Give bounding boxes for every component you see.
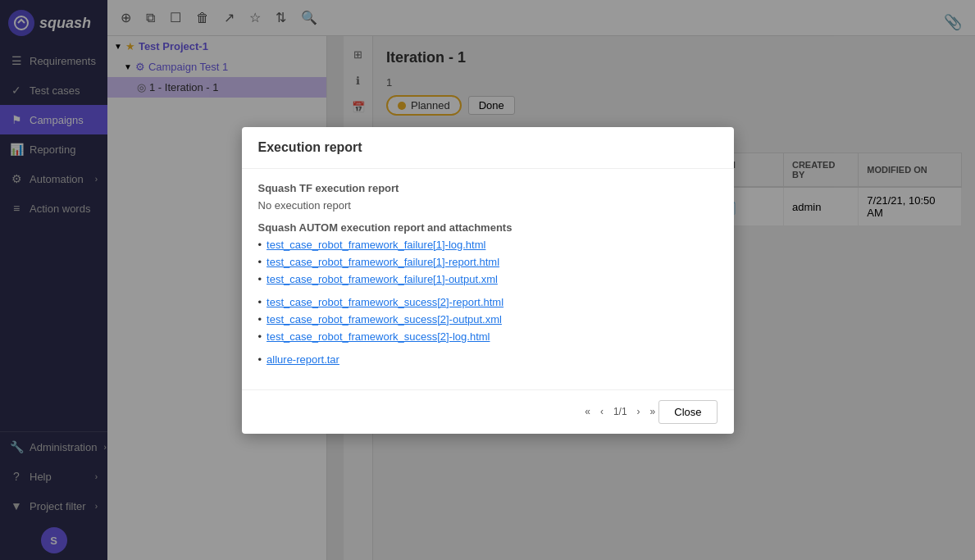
next-page-button[interactable]: › <box>634 404 644 419</box>
modal-overlay[interactable]: Execution report Squash TF execution rep… <box>0 0 975 560</box>
link-allure-report[interactable]: allure-report.tar <box>267 353 339 366</box>
autom-section-label: Squash AUTOM execution report and attach… <box>258 221 718 234</box>
link-item: test_case_robot_framework_failure[1]-out… <box>258 273 718 288</box>
link-success-log[interactable]: test_case_robot_framework_sucess[2]-log.… <box>267 330 490 343</box>
execution-report-modal: Execution report Squash TF execution rep… <box>242 127 734 434</box>
link-group-1: test_case_robot_framework_failure[1]-log… <box>258 239 718 288</box>
link-group-3: allure-report.tar <box>258 353 718 368</box>
link-item: allure-report.tar <box>258 353 718 368</box>
link-group-2: test_case_robot_framework_sucess[2]-repo… <box>258 296 718 345</box>
first-page-button[interactable]: « <box>581 404 594 419</box>
prev-page-button[interactable]: ‹ <box>597 404 607 419</box>
link-failure-output[interactable]: test_case_robot_framework_failure[1]-out… <box>267 273 498 285</box>
modal-footer: « ‹ 1/1 › » Close <box>242 389 734 434</box>
link-item: test_case_robot_framework_sucess[2]-log.… <box>258 330 718 345</box>
page-info: 1/1 <box>610 406 631 417</box>
link-item: test_case_robot_framework_sucess[2]-repo… <box>258 296 718 311</box>
modal-body: Squash TF execution report No execution … <box>242 169 734 389</box>
modal-header: Execution report <box>242 127 734 169</box>
close-button[interactable]: Close <box>658 400 717 424</box>
tf-no-report: No execution report <box>258 199 718 212</box>
tf-section-label: Squash TF execution report <box>258 182 718 194</box>
link-item: test_case_robot_framework_failure[1]-rep… <box>258 256 718 271</box>
link-item: test_case_robot_framework_sucess[2]-outp… <box>258 313 718 328</box>
pagination: « ‹ 1/1 › » <box>581 400 658 424</box>
link-success-report[interactable]: test_case_robot_framework_sucess[2]-repo… <box>267 296 503 308</box>
link-failure-log[interactable]: test_case_robot_framework_failure[1]-log… <box>267 239 485 251</box>
link-failure-report[interactable]: test_case_robot_framework_failure[1]-rep… <box>267 256 499 268</box>
link-item: test_case_robot_framework_failure[1]-log… <box>258 239 718 253</box>
modal-title: Execution report <box>258 140 362 154</box>
link-success-output[interactable]: test_case_robot_framework_sucess[2]-outp… <box>267 313 502 326</box>
last-page-button[interactable]: » <box>647 404 659 419</box>
